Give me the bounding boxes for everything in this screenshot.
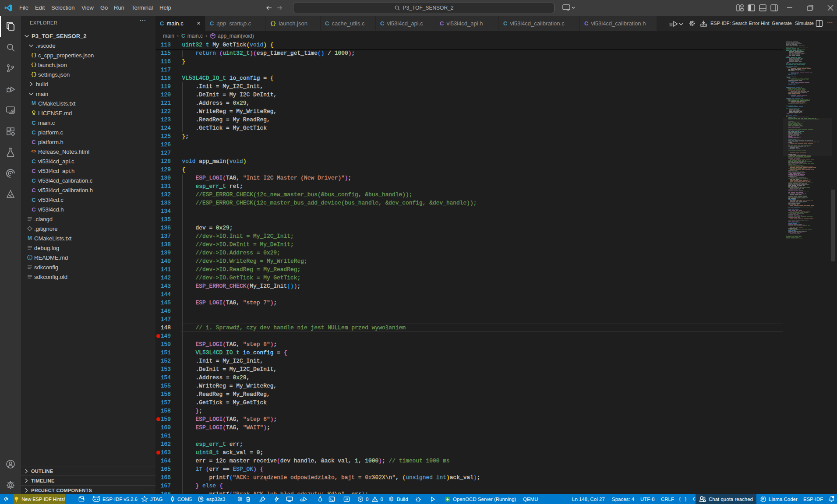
svg-text:i: i <box>29 256 31 260</box>
